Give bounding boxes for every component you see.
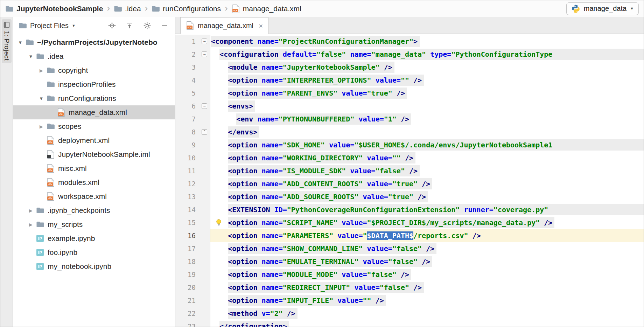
code-line-4[interactable]: 4 <option name="INTERPRETER_OPTIONS" val… [175,74,644,86]
tree-item-my-notebook-ipynb[interactable]: IPmy_notebook.ipynb [13,259,175,273]
code-text[interactable]: <env name="PYTHONUNBUFFERED" value="1" /… [210,112,644,125]
code-area[interactable]: 1−<component name="ProjectRunConfigurati… [175,34,644,327]
code-line-19[interactable]: 19 <option name="MODULE_MODE" value="fal… [175,268,644,281]
project-view-selector[interactable]: Project Files ▼ [19,22,76,30]
code-line-6[interactable]: 6− <envs> [175,99,644,112]
code-line-12[interactable]: 12 <option name="ADD_CONTENT_ROOTS" valu… [175,177,644,190]
expand-arrow-icon[interactable]: ▶ [37,68,46,73]
code-text[interactable]: <option name="INTERPRETER_OPTIONS" value… [210,74,644,86]
line-number: 2 [175,50,199,58]
code-text[interactable]: <option name="PARENT_ENVS" value="true" … [210,86,644,99]
code-line-2[interactable]: 2− <configuration default="false" name="… [175,48,644,61]
code-line-14[interactable]: 14 <EXTENSION ID="PythonCoverageRunConfi… [175,203,644,216]
code-line-13[interactable]: 13 <option name="ADD_SOURCE_ROOTS" value… [175,190,644,203]
tree-item-workspace-xml[interactable]: <>workspace.xml [13,189,175,203]
gutter: 21 [175,294,210,307]
code-text[interactable]: <module name="JupyterNotebookSample" /> [210,61,644,74]
code-line-16[interactable]: 16 <option name="PARAMETERS" value="$DAT… [175,229,644,242]
tree-item-deployment-xml[interactable]: <>deployment.xml [13,133,175,147]
code-line-23[interactable]: 23 </configuration> [175,320,644,327]
settings-button[interactable] [143,21,151,30]
breadcrumb-item-jupyternotebooksample[interactable]: JupyterNotebookSample [5,5,103,13]
expand-arrow-icon[interactable]: ▶ [26,208,35,213]
breadcrumb-item-idea[interactable]: .idea [114,5,141,13]
tree-item-misc-xml[interactable]: <>misc.xml [13,161,175,175]
tree-item-pycharmprojects-jupyternotebo[interactable]: ▼~/PycharmProjects/JupyterNotebo [13,35,175,49]
collapse-arrow-icon[interactable]: ▼ [16,40,25,45]
tree-item-idea[interactable]: ▼.idea [13,49,175,63]
code-text[interactable]: <option name="IS_MODULE_SDK" value="fals… [210,164,644,177]
locate-button[interactable] [108,21,116,30]
collapse-all-button[interactable] [125,21,134,30]
code-line-10[interactable]: 10 <option name="WORKING_DIRECTORY" valu… [175,151,644,164]
code-text[interactable]: <method v="2" /> [210,307,644,320]
code-line-8[interactable]: 8^ </envs> [175,125,644,138]
editor-tab-manage-data-xml[interactable]: <>manage_data.xml× [180,17,268,34]
code-text[interactable]: <option name="SHOW_COMMAND_LINE" value="… [210,242,644,255]
fold-close-icon[interactable]: ^ [202,129,207,135]
code-text[interactable]: <option name="WORKING_DIRECTORY" value="… [210,151,644,164]
code-text[interactable]: <envs> [210,99,644,112]
fold-open-icon[interactable]: − [202,103,207,109]
code-line-20[interactable]: 20 <option name="REDIRECT_INPUT" value="… [175,281,644,294]
expand-arrow-icon[interactable]: ▶ [26,222,35,227]
tree-item-my-scripts[interactable]: ▶my_scripts [13,217,175,231]
code-line-9[interactable]: 9 <option name="SDK_HOME" value="$USER_H… [175,138,644,151]
intention-bulb-icon[interactable] [215,218,222,228]
tree-item-copyright[interactable]: ▶copyright [13,63,175,77]
code-text[interactable]: <configuration default="false" name="man… [210,48,644,61]
code-line-18[interactable]: 18 <option name="EMULATE_TERMINAL" value… [175,255,644,268]
code-line-15[interactable]: 15 <option name="SCRIPT_NAME" value="$PR… [175,216,644,229]
breadcrumb-item-manage-data-xml[interactable]: <>manage_data.xml [232,4,301,13]
code-line-21[interactable]: 21 <option name="INPUT_FILE" value="" /> [175,294,644,307]
fold-open-icon[interactable]: − [202,51,207,57]
tree-item-foo-ipynb[interactable]: IPfoo.ipynb [13,245,175,259]
settings-icon [143,22,151,30]
code-line-5[interactable]: 5 <option name="PARENT_ENVS" value="true… [175,86,644,99]
hide-icon [161,22,168,29]
tree-item-modules-xml[interactable]: <>modules.xml [13,175,175,189]
tree-item-scopes[interactable]: ▶scopes [13,119,175,133]
code-text[interactable]: <option name="REDIRECT_INPUT" value="fal… [210,281,644,294]
tree-item-ipynb-checkpoints[interactable]: ▶.ipynb_checkpoints [13,203,175,217]
code-line-11[interactable]: 11 <option name="IS_MODULE_SDK" value="f… [175,164,644,177]
code-text[interactable]: <option name="MODULE_MODE" value="false"… [210,268,644,281]
breadcrumb-item-runconfigurations[interactable]: runConfigurations [152,5,221,13]
svg-text:<>: <> [48,168,52,172]
code-line-7[interactable]: 7 <env name="PYTHONUNBUFFERED" value="1"… [175,112,644,125]
code-text[interactable]: </configuration> [210,320,644,327]
code-text[interactable]: <option name="PARAMETERS" value="$DATA_P… [210,229,644,242]
project-tool-window-button[interactable]: 1: Project [2,19,12,63]
code-line-22[interactable]: 22 <method v="2" /> [175,307,644,320]
code-text[interactable]: <option name="ADD_SOURCE_ROOTS" value="t… [210,190,644,203]
tree-item-manage-data-xml[interactable]: <>manage_data.xml [13,105,175,119]
tree-item-example-ipynb[interactable]: IPexample.ipynb [13,231,175,245]
collapse-arrow-icon[interactable]: ▼ [37,96,46,101]
tree-item-inspectionprofiles[interactable]: inspectionProfiles [13,77,175,91]
close-tab-icon[interactable]: × [259,22,263,29]
code-line-1[interactable]: 1−<component name="ProjectRunConfigurati… [175,35,644,48]
code-text[interactable]: <option name="SDK_HOME" value="$USER_HOM… [210,138,644,151]
expand-arrow-icon[interactable]: ▶ [37,124,46,129]
folder-icon [19,22,27,29]
code-text[interactable]: <option name="ADD_CONTENT_ROOTS" value="… [210,177,644,190]
code-text[interactable]: <EXTENSION ID="PythonCoverageRunConfigur… [210,203,644,216]
collapse-arrow-icon[interactable]: ▼ [26,54,35,59]
tree-item-label: scopes [58,122,82,131]
code-line-3[interactable]: 3 <module name="JupyterNotebookSample" /… [175,61,644,74]
tree-item-runconfigurations[interactable]: ▼runConfigurations [13,91,175,105]
code-text[interactable]: <component name="ProjectRunConfiguration… [210,35,644,48]
fold-open-icon[interactable]: − [202,39,207,44]
code-text[interactable]: <option name="EMULATE_TERMINAL" value="f… [210,255,644,268]
code-text[interactable]: <option name="INPUT_FILE" value="" /> [210,294,644,307]
run-configuration-selector[interactable]: manage_data ▼ [566,2,639,15]
hide-button[interactable] [160,21,169,30]
code-line-17[interactable]: 17 <option name="SHOW_COMMAND_LINE" valu… [175,242,644,255]
folder-icon [35,53,45,60]
code-text[interactable]: <option name="SCRIPT_NAME" value="$PROJE… [210,216,644,229]
gutter: 3 [175,61,210,74]
folder-icon [46,123,56,130]
code-text[interactable]: </envs> [210,125,644,138]
tree-item-jupyternotebooksample-iml[interactable]: JupyterNotebookSample.iml [13,147,175,161]
navigation-bar: JupyterNotebookSample›.idea›runConfigura… [0,0,644,17]
